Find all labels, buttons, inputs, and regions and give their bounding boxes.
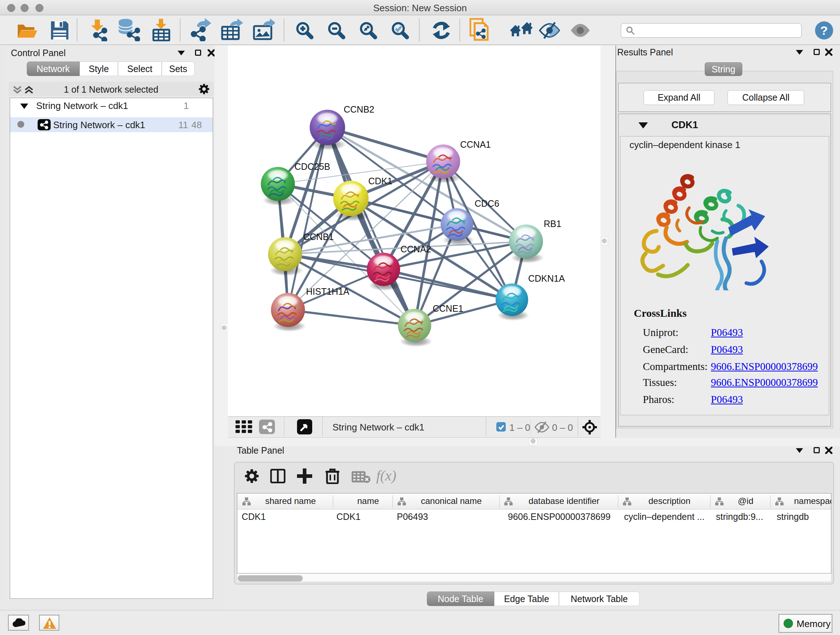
svg-text:CCNA1: CCNA1 bbox=[460, 139, 491, 149]
svg-text:CDK1: CDK1 bbox=[368, 176, 393, 186]
svg-text:CDC6: CDC6 bbox=[475, 198, 499, 209]
svg-text:CDC25B: CDC25B bbox=[294, 162, 330, 172]
svg-text:CCNE1: CCNE1 bbox=[433, 303, 463, 314]
svg-text:CCNA2: CCNA2 bbox=[401, 244, 431, 254]
svg-text:RB1: RB1 bbox=[544, 219, 561, 229]
svg-text:CDKN1A: CDKN1A bbox=[528, 273, 565, 283]
svg-text:CCNB2: CCNB2 bbox=[344, 104, 374, 114]
svg-text:CCNB1: CCNB1 bbox=[303, 232, 334, 242]
svg-text:HIST1H1A: HIST1H1A bbox=[306, 287, 349, 296]
